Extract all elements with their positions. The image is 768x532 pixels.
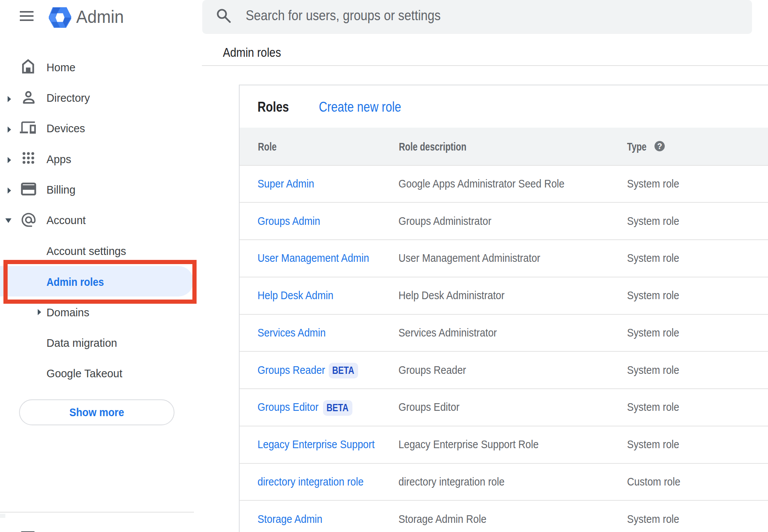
svg-text:?: ? — [657, 141, 662, 151]
